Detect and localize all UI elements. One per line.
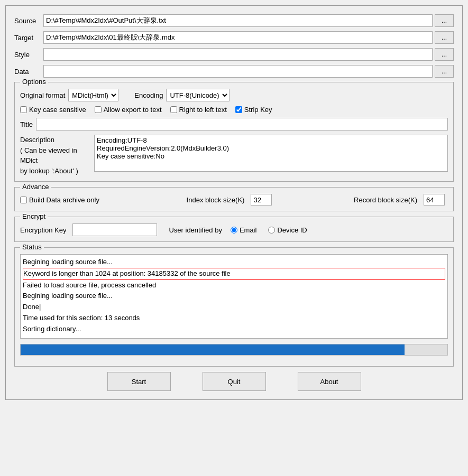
build-data-only-wrap[interactable]: Build Data archive only [20,196,99,204]
strip-key-label: Strip Key [244,106,272,114]
options-title: Options [20,78,48,86]
description-label: Description( Can be viewed in MDictby lo… [20,135,94,176]
progress-bar-fill [21,344,405,355]
status-group: Status Begining loading source file... K… [14,247,454,367]
record-block-label: Record block size(K) [354,196,417,204]
advance-group: Advance Build Data archive only Index bl… [14,187,454,211]
email-radio-wrap[interactable]: Email [231,226,257,234]
status-line-1: Begining loading source file... [23,257,445,268]
style-browse-button[interactable]: ... [435,48,454,61]
encryption-key-label: Encryption Key [20,226,66,234]
device-id-radio-wrap[interactable]: Device ID [268,226,307,234]
advance-title: Advance [20,183,51,191]
device-id-label: Device ID [277,226,307,234]
encoding-select[interactable]: UTF-8(Unicode) GBK BIG5 [166,89,230,101]
source-input[interactable] [43,14,433,27]
encrypt-title: Encrypt [20,212,48,220]
status-line-7: Sorting dictionary... [23,324,445,335]
original-format-select[interactable]: MDict(Html) MDict(Text) [68,89,118,101]
right-to-left-label: Right to left text [179,106,227,114]
main-window: Source ... Target ... Style ... Data ...… [5,5,463,400]
allow-export-wrap[interactable]: Allow export to text [95,106,162,114]
target-input[interactable] [43,31,433,44]
right-to-left-wrap[interactable]: Right to left text [170,106,227,114]
target-label: Target [14,34,43,42]
source-label: Source [14,17,43,25]
status-line-4: Begining loading source file... [23,291,445,302]
style-input[interactable] [43,48,433,61]
data-label: Data [14,68,43,76]
right-to-left-checkbox[interactable] [170,106,177,113]
title-input[interactable] [36,118,448,130]
allow-export-label: Allow export to text [104,106,162,114]
about-button[interactable]: About [298,372,361,391]
email-label: Email [240,226,257,234]
options-checkbox-row: Key case sensitive Allow export to text … [20,106,448,114]
build-data-only-checkbox[interactable] [20,197,27,203]
status-title: Status [20,243,44,251]
encrypt-group: Encrypt Encryption Key User identified b… [14,217,454,242]
record-block-input[interactable] [424,194,445,206]
original-format-label: Original format [20,91,65,99]
options-group: Options Original format MDict(Html) MDic… [14,82,454,182]
style-label: Style [14,51,43,59]
target-row: Target ... [14,31,454,44]
advance-row: Build Data archive only Index block size… [20,194,448,206]
source-browse-button[interactable]: ... [435,14,454,27]
target-browse-button[interactable]: ... [435,31,454,44]
build-data-only-label: Build Data archive only [29,196,99,204]
status-line-5: Done| [23,302,445,313]
quit-button[interactable]: Quit [203,372,266,391]
encryption-key-input[interactable] [72,223,157,236]
title-label: Title [20,120,33,128]
description-textarea[interactable]: Encoding:UTF-8 RequiredEngineVersion:2.0… [94,135,448,172]
status-line-2: Keyword is longer than 1024 at position:… [23,268,445,280]
data-browse-button[interactable]: ... [435,65,454,78]
description-row: Description( Can be viewed in MDictby lo… [20,135,448,176]
key-case-sensitive-label: Key case sensitive [29,106,86,114]
index-block-input[interactable] [251,194,272,206]
allow-export-checkbox[interactable] [95,106,102,113]
options-format-row: Original format MDict(Html) MDict(Text) … [20,89,448,101]
strip-key-checkbox[interactable] [235,106,242,113]
status-line-3: Failed to load source file, process canc… [23,280,445,291]
key-case-sensitive-checkbox[interactable] [20,106,27,113]
style-row: Style ... [14,48,454,61]
email-radio[interactable] [231,227,237,234]
progress-bar-container [20,344,448,356]
key-case-sensitive-wrap[interactable]: Key case sensitive [20,106,86,114]
index-block-label: Index block size(K) [187,196,245,204]
data-input[interactable] [43,65,433,78]
user-identified-label: User identified by [169,226,222,234]
bottom-buttons: Start Quit About [14,372,454,391]
status-log[interactable]: Begining loading source file... Keyword … [20,254,448,339]
status-line-6: Time used for this section: 13 seconds [23,313,445,324]
source-row: Source ... [14,14,454,27]
start-button[interactable]: Start [107,372,171,391]
strip-key-wrap[interactable]: Strip Key [235,106,272,114]
data-row: Data ... [14,65,454,78]
encrypt-row: Encryption Key User identified by Email … [20,223,448,236]
device-id-radio[interactable] [268,227,275,234]
encoding-label: Encoding [134,91,163,99]
title-row: Title [20,118,448,130]
